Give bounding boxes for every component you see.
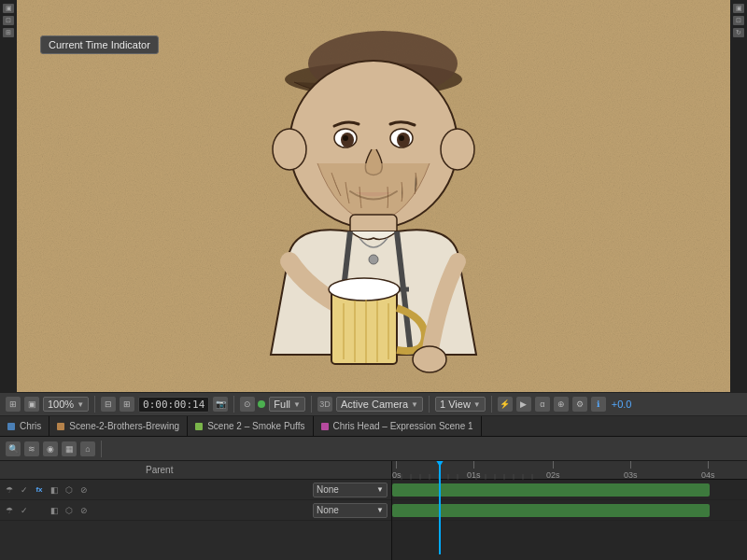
svg-point-9 <box>343 135 348 141</box>
green-indicator <box>258 400 265 408</box>
left-panel-icon-1[interactable]: ▣ <box>3 4 14 13</box>
ruler-mark-01s: 01s <box>467 461 481 480</box>
display-icon[interactable]: ▣ <box>24 397 39 412</box>
layer2-fx-icon[interactable] <box>34 505 45 516</box>
minor-ticks <box>392 461 747 479</box>
ruler-label-03s: 03s <box>624 470 638 480</box>
svg-point-12 <box>441 129 474 170</box>
grid-icon[interactable]: ⊞ <box>6 397 21 412</box>
right-panel-icon-3[interactable]: ↻ <box>733 28 744 37</box>
tab-chrishead[interactable]: Chris Head – Expression Scene 1 <box>314 416 482 436</box>
zoom-value: 100% <box>48 399 74 410</box>
tab-chris[interactable]: Chris <box>0 416 49 436</box>
track-row-2 <box>392 500 747 521</box>
channel-icon[interactable]: ⊙ <box>240 397 255 412</box>
timeline-search-icon[interactable]: 🔍 <box>6 441 21 456</box>
layer2-quality-icon[interactable]: ⊘ <box>78 505 90 516</box>
svg-point-11 <box>273 129 306 170</box>
layer-row-1: ☂ ✓ fx ◧ ⬡ ⊘ None ▼ <box>0 480 391 500</box>
layer1-3d-icon[interactable]: ⬡ <box>63 484 75 496</box>
canvas-area: ▣ ⊡ ⊞ ▣ ⊡ ↻ <box>0 0 747 392</box>
resolution-icon[interactable]: ⊟ <box>101 397 116 412</box>
timeline-area: 🔍 ≋ ◉ ▦ ⌂ Parent ☂ ✓ fx ◧ ⬡ ⊘ None <box>0 437 747 560</box>
left-panel-icon-3[interactable]: ⊞ <box>3 28 14 37</box>
camera-snap-icon[interactable]: 📷 <box>213 397 228 412</box>
ruler-mark-0s: 0s <box>392 461 402 480</box>
layer1-fx-icon[interactable]: fx <box>34 484 45 496</box>
timeline-parent-label: Parent <box>146 465 173 475</box>
timeline-draft-icon[interactable]: ⌂ <box>80 441 95 456</box>
delta-value: +0.0 <box>610 399 634 410</box>
alpha-icon[interactable]: α <box>535 397 550 412</box>
ruler-tick-0s <box>396 461 397 469</box>
svg-point-21 <box>413 346 446 372</box>
timeline-motion-blur-icon[interactable]: ≋ <box>24 441 39 456</box>
ruler-mark-02s: 02s <box>546 461 560 480</box>
3d-icon[interactable]: 3D <box>317 397 332 412</box>
camera-value: Active Camera <box>341 399 408 410</box>
camera-dropdown[interactable]: Active Camera ▼ <box>336 397 423 412</box>
timeline-ruler: 0s 01s 02s 03s 04s <box>392 461 747 480</box>
layer1-color-icon[interactable]: ◧ <box>49 484 60 496</box>
quality-value: Full <box>274 399 290 410</box>
ruler-mark-03s: 03s <box>624 461 638 480</box>
zoom-dropdown[interactable]: 100% ▼ <box>43 397 89 412</box>
sep-3 <box>311 396 312 413</box>
tab-scene2brothers-label: Scene-2-Brothers-Brewing <box>69 421 179 431</box>
layer1-quality-icon[interactable]: ⊘ <box>78 484 90 496</box>
tab-scene2brothers[interactable]: Scene-2-Brothers-Brewing <box>49 416 188 436</box>
current-time-indicator[interactable] <box>439 461 441 554</box>
layer1-parent-value: None <box>317 484 339 495</box>
quality-dropdown[interactable]: Full ▼ <box>269 397 305 412</box>
sep-2 <box>233 396 234 413</box>
timecode[interactable]: 0:00:00:14 <box>138 397 209 413</box>
settings-icon[interactable]: ⚙ <box>572 397 587 412</box>
comp-tabs: Chris Scene-2-Brothers-Brewing Scene 2 –… <box>0 416 747 437</box>
tab-scene2smoke[interactable]: Scene 2 – Smoke Puffs <box>188 416 313 436</box>
layer2-umbrella-icon[interactable]: ☂ <box>4 505 15 516</box>
zoom-arrow: ▼ <box>77 400 84 409</box>
timeline-solo-icon[interactable]: ◉ <box>43 441 58 456</box>
ruler-mark-04s: 04s <box>701 461 715 480</box>
illustration <box>0 0 747 392</box>
grid2-icon[interactable]: ⊞ <box>120 397 134 412</box>
sync-icon[interactable]: ⊕ <box>554 397 569 412</box>
timeline-tracks-area: 0s 01s 02s 03s 04s <box>392 461 747 560</box>
timeline-sep <box>101 441 102 457</box>
layer2-check-icon[interactable]: ✓ <box>19 505 30 516</box>
fast-preview-icon[interactable]: ⚡ <box>498 397 513 412</box>
layer2-3d-icon[interactable]: ⬡ <box>63 505 75 516</box>
ruler-label-0s: 0s <box>392 470 402 480</box>
ruler-tick-04s <box>708 461 709 469</box>
svg-point-10 <box>399 135 404 141</box>
timeline-layers: Parent ☂ ✓ fx ◧ ⬡ ⊘ None ▼ ☂ ✓ <box>0 461 392 560</box>
right-panel-icon-1[interactable]: ▣ <box>733 4 744 13</box>
layer2-parent-select[interactable]: None ▼ <box>313 503 388 518</box>
layer2-color-icon[interactable]: ◧ <box>49 505 60 516</box>
view-value: 1 View <box>440 399 471 410</box>
layer1-check-icon[interactable]: ✓ <box>19 484 30 496</box>
layer1-select-arrow: ▼ <box>376 485 384 494</box>
info-icon[interactable]: ℹ <box>591 397 606 412</box>
layer1-parent-select[interactable]: None ▼ <box>313 483 388 497</box>
left-panel-icon-2[interactable]: ⊡ <box>3 16 14 25</box>
render-icon[interactable]: ▶ <box>516 397 531 412</box>
right-panel-icon-2[interactable]: ⊡ <box>733 16 744 25</box>
right-panel: ▣ ⊡ ↻ <box>730 0 747 392</box>
tab-chrishead-dot <box>321 423 329 430</box>
ruler-tick-02s <box>553 461 554 469</box>
view-dropdown[interactable]: 1 View ▼ <box>435 397 486 412</box>
tab-chrishead-label: Chris Head – Expression Scene 1 <box>333 421 473 431</box>
svg-point-22 <box>369 255 378 264</box>
sep-1 <box>94 396 95 413</box>
tab-chris-label: Chris <box>20 421 41 431</box>
ruler-label-01s: 01s <box>467 470 481 480</box>
tab-scene2brothers-dot <box>57 423 64 430</box>
ruler-label-04s: 04s <box>701 470 715 480</box>
ruler-tick-01s <box>473 461 474 469</box>
layer-row-2: ☂ ✓ ◧ ⬡ ⊘ None ▼ <box>0 500 391 521</box>
layer1-umbrella-icon[interactable]: ☂ <box>4 484 15 496</box>
camera-arrow: ▼ <box>411 400 418 409</box>
layer2-select-arrow: ▼ <box>376 506 384 514</box>
timeline-queue-icon[interactable]: ▦ <box>62 441 77 456</box>
